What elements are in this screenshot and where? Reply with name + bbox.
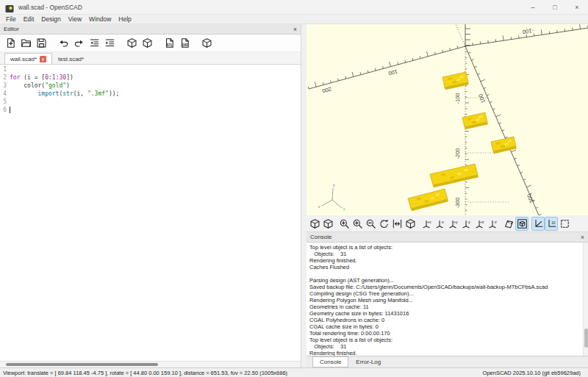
console-vertical-scrollbar[interactable] (583, 243, 588, 356)
3d-viewport[interactable]: -100100200100300-100-200-300xyz (306, 24, 588, 215)
viewport-status-text: Viewport: translate = [ 69.84 118.45 -4.… (3, 370, 287, 376)
editor-toolbar-group (56, 35, 118, 51)
undo-icon (58, 37, 69, 49)
indent-icon (104, 37, 115, 49)
zoom-out-icon (365, 218, 376, 229)
code-editor[interactable]: 12for (i = [0:1:30])3 color("gold")4 imp… (0, 65, 301, 361)
redo-button[interactable] (71, 35, 87, 51)
console-tab-console[interactable]: Console (312, 356, 348, 367)
menu-design[interactable]: Design (37, 15, 64, 23)
editor-horizontal-scrollbar[interactable] (0, 361, 301, 367)
svg-text:+y: +y (453, 219, 457, 223)
minimize-button[interactable]: – (522, 0, 544, 14)
preview-button[interactable] (124, 35, 140, 51)
menu-bar: FileEditDesignViewWindowHelp (0, 15, 588, 24)
console-line: Saved backup file: C:/Users/glenn/Docume… (309, 284, 588, 290)
zoom-in-button[interactable] (351, 217, 364, 231)
console-tab-error-log[interactable]: Error-Log (348, 356, 388, 367)
viewport-toolbar: +x-x+y-y+z-z10 (306, 215, 588, 232)
maximize-button[interactable]: □ (544, 0, 566, 14)
console-output[interactable]: Top level object is a list of objects: O… (306, 243, 588, 356)
menu-view[interactable]: View (65, 15, 85, 23)
reset-view-icon (379, 218, 390, 229)
status-bar: Viewport: translate = [ 69.84 118.45 -4.… (0, 367, 588, 377)
svg-text:-x: -x (440, 219, 444, 223)
show-scale-markers-button[interactable]: 10 (545, 217, 558, 231)
close-button[interactable]: × (566, 0, 588, 14)
open-file-button[interactable] (18, 35, 34, 51)
zoom-all-button[interactable] (337, 217, 351, 231)
line-number: 5 (0, 98, 10, 106)
export-dxf-icon: DXF (179, 37, 190, 49)
view-minus-y-button[interactable]: -y (459, 217, 473, 231)
zoom-out-button[interactable] (364, 217, 377, 231)
export-stl-button[interactable]: STL (162, 35, 177, 51)
code-text (10, 106, 10, 114)
axis-label: -200 (454, 148, 461, 159)
preview-button[interactable] (308, 217, 321, 231)
reset-view-button[interactable] (377, 217, 390, 231)
view-minus-x-button[interactable]: -x (433, 217, 446, 231)
show-axes-button[interactable] (531, 217, 545, 231)
view-plus-y-button[interactable]: +y (446, 217, 459, 231)
view-plus-z-icon: +z (474, 218, 485, 229)
menu-window[interactable]: Window (85, 15, 115, 23)
code-line: 6 (0, 106, 301, 114)
menu-help[interactable]: Help (115, 15, 135, 23)
view-minus-z-button[interactable]: -z (486, 217, 499, 231)
viewport-toolbar-group (337, 217, 417, 231)
indent-button[interactable] (102, 35, 118, 51)
scrollbar-thumb[interactable] (584, 328, 588, 348)
render-button[interactable] (140, 35, 155, 51)
select-mode-button[interactable] (558, 217, 571, 231)
scrollbar-thumb[interactable] (6, 363, 158, 366)
viewport-panel: -100100200100300-100-200-300xyz +x-x+y-y… (306, 24, 588, 367)
show-scale-markers-icon: 10 (546, 218, 557, 229)
console-line (309, 270, 588, 277)
text-caret (10, 107, 10, 113)
orthogonal-button[interactable] (515, 217, 528, 231)
view-all-button[interactable] (404, 217, 417, 231)
save-file-icon (36, 37, 47, 49)
tab-wallscad[interactable]: wall.scad*x (4, 53, 52, 64)
svg-text:+z: +z (479, 219, 484, 223)
tab-close-icon[interactable]: x (40, 56, 46, 62)
line-number: 1 (0, 65, 10, 73)
new-file-icon (5, 37, 16, 49)
menu-edit[interactable]: Edit (20, 15, 38, 23)
undo-button[interactable] (56, 35, 71, 51)
panel-splitter[interactable] (301, 24, 306, 367)
export-dxf-button[interactable]: DXF (177, 35, 193, 51)
console-line: Geometry cache size in bytes: 11431016 (309, 310, 588, 317)
version-text: OpenSCAD 2025.10.10 (git eb59629ad) (483, 370, 585, 376)
menu-file[interactable]: File (2, 15, 20, 23)
unindent-button[interactable] (87, 35, 102, 51)
viewport-background (306, 24, 588, 215)
axis-label: -300 (454, 197, 461, 208)
code-token: str (62, 90, 73, 97)
new-file-button[interactable] (3, 35, 18, 51)
view-minus-x-icon: -x (434, 218, 445, 229)
console-close-icon[interactable]: × (581, 234, 584, 241)
console-line: CGAL Polyhedrons in cache: 0 (309, 317, 588, 323)
axis-label: -100 (454, 93, 461, 104)
editor-close-icon[interactable]: × (293, 26, 297, 33)
tab-testscad[interactable]: test.scad* (52, 53, 90, 64)
view-3d-button[interactable] (199, 35, 215, 51)
view-minus-z-icon: -z (487, 218, 498, 229)
zoom-fit-button[interactable] (390, 217, 404, 231)
viewport-toolbar-group (502, 217, 528, 231)
console-line: Caches Flushed (309, 264, 588, 270)
svg-text:+x: +x (426, 219, 431, 223)
svg-text:10: 10 (551, 220, 556, 224)
save-file-button[interactable] (34, 35, 49, 51)
view-plus-z-button[interactable]: +z (473, 217, 486, 231)
view-plus-x-button[interactable]: +x (420, 217, 433, 231)
code-text: for (i = [0:1:30]) (10, 73, 74, 82)
view-all-icon (405, 218, 416, 229)
svg-text:-y: -y (467, 219, 470, 223)
code-line: 5 (0, 98, 301, 106)
code-token: "gold" (45, 82, 66, 89)
perspective-button[interactable] (502, 217, 515, 231)
render-button[interactable] (321, 217, 334, 231)
